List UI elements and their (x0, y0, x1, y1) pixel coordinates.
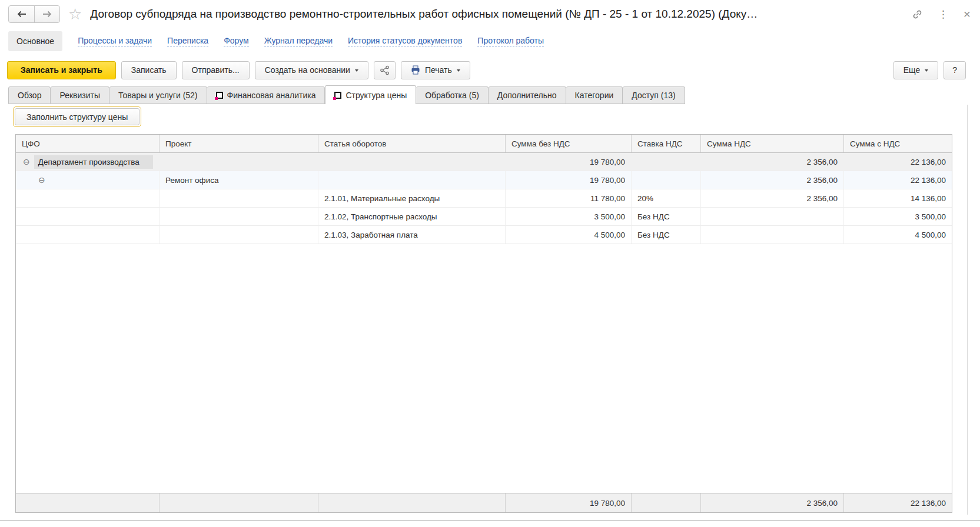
cell-amount-with-vat[interactable]: 14 136,00 (844, 189, 952, 207)
tab-price-structure[interactable]: Структура цены (325, 85, 416, 104)
tab-additional[interactable]: Дополнительно (489, 86, 566, 104)
cell-article[interactable]: 2.1.01, Материальные расходы (318, 189, 506, 207)
menu-link-status-history[interactable]: История статусов документов (348, 36, 462, 46)
arrow-right-icon (42, 11, 52, 18)
cell-amount-with-vat[interactable]: 22 136,00 (844, 153, 952, 171)
cell-amount-no-vat[interactable]: 11 780,00 (506, 189, 632, 207)
cell-vat-rate[interactable]: Без НДС (632, 226, 701, 244)
cell-cfo[interactable] (16, 226, 160, 244)
cell-article[interactable]: 2.1.03, Заработная плата (318, 226, 506, 244)
cell-cfo[interactable]: ⊖ (16, 171, 160, 189)
more-menu-icon[interactable]: ⋮ (938, 8, 948, 21)
table-totals-row: 19 780,00 2 356,00 22 136,00 (16, 493, 952, 512)
menu-link-transfer-log[interactable]: Журнал передачи (264, 36, 333, 46)
collapse-icon[interactable]: ⊖ (23, 157, 30, 166)
cell-amount-with-vat[interactable]: 3 500,00 (844, 208, 952, 225)
chevron-down-icon (457, 69, 460, 72)
back-button[interactable] (9, 6, 34, 22)
cell-amount-no-vat[interactable]: 4 500,00 (506, 226, 632, 244)
tab-label: Обработка (5) (425, 91, 479, 100)
menu-item-main[interactable]: Основное (8, 31, 62, 51)
column-header-project[interactable]: Проект (160, 135, 318, 152)
cell-project[interactable] (160, 226, 318, 244)
table-header-row: ЦФО Проект Статья оборотов Сумма без НДС… (16, 135, 952, 153)
cell-amount-with-vat[interactable]: 4 500,00 (844, 226, 952, 244)
forward-button[interactable] (34, 6, 59, 22)
cell-cfo[interactable]: ⊖ Департамент производства (16, 153, 160, 171)
cell-amount-no-vat[interactable]: 3 500,00 (506, 208, 632, 225)
more-actions-label: Еще (903, 65, 921, 75)
totals-amount-with-vat: 22 136,00 (844, 493, 952, 512)
cell-project[interactable] (160, 153, 318, 171)
table-row[interactable]: 2.1.01, Материальные расходы 11 780,00 2… (16, 189, 952, 208)
cell-article[interactable] (318, 153, 506, 171)
totals-amount-no-vat: 19 780,00 (506, 493, 632, 512)
create-based-on-label: Создать на основании (265, 65, 350, 75)
tab-label: Категории (575, 91, 614, 100)
tab-label: Доступ (13) (632, 91, 675, 100)
tab-goods-services[interactable]: Товары и услуги (52) (109, 86, 207, 104)
tab-categories[interactable]: Категории (566, 86, 623, 104)
cell-vat-rate[interactable]: Без НДС (632, 208, 701, 225)
column-header-vat-amount[interactable]: Сумма НДС (701, 135, 844, 152)
column-header-vat-rate[interactable]: Ставка НДС (632, 135, 701, 152)
column-header-amount-with-vat[interactable]: Сумма с НДС (844, 135, 952, 152)
tab-processing[interactable]: Обработка (5) (416, 86, 489, 104)
table-row[interactable]: 2.1.03, Заработная плата 4 500,00 Без НД… (16, 226, 952, 244)
table-row-group[interactable]: ⊖ Департамент производства 19 780,00 2 3… (16, 153, 952, 171)
share-button[interactable] (374, 61, 396, 79)
favorite-star-icon[interactable]: ☆ (68, 6, 82, 22)
table-row[interactable]: 2.1.02, Транспортные расходы 3 500,00 Бе… (16, 208, 952, 226)
menu-link-processes[interactable]: Процессы и задачи (78, 36, 152, 46)
chevron-down-icon (925, 69, 928, 72)
cell-vat-rate[interactable]: 20% (632, 189, 701, 207)
save-button[interactable]: Записать (121, 61, 177, 79)
cell-project[interactable]: Ремонт офиса (160, 171, 318, 189)
fill-price-structure-button[interactable]: Заполнить структуру цены (15, 108, 139, 125)
document-modified-icon (216, 92, 223, 99)
menu-link-correspondence[interactable]: Переписка (167, 36, 208, 46)
create-based-on-button[interactable]: Создать на основании (255, 61, 368, 79)
cell-vat-amount[interactable]: 2 356,00 (701, 189, 844, 207)
cell-cfo[interactable] (16, 189, 160, 207)
cell-vat-amount[interactable]: 2 356,00 (701, 153, 844, 171)
collapse-icon[interactable]: ⊖ (38, 175, 45, 185)
cell-project[interactable] (160, 189, 318, 207)
print-label: Печать (425, 65, 452, 75)
menu-link-forum[interactable]: Форум (224, 36, 249, 46)
help-button[interactable]: ? (944, 61, 966, 79)
cell-vat-amount[interactable]: 2 356,00 (701, 171, 844, 189)
cell-vat-rate[interactable] (632, 153, 701, 171)
print-button[interactable]: Печать (401, 61, 470, 79)
get-link-icon[interactable] (912, 9, 923, 20)
tab-label: Товары и услуги (52) (118, 91, 197, 100)
menu-link-work-protocol[interactable]: Протокол работы (477, 36, 544, 46)
cell-vat-amount[interactable] (701, 208, 844, 225)
column-header-cfo[interactable]: ЦФО (16, 135, 160, 152)
save-and-close-button[interactable]: Записать и закрыть (7, 61, 116, 79)
cell-amount-no-vat[interactable]: 19 780,00 (506, 153, 632, 171)
more-actions-button[interactable]: Еще (893, 61, 939, 79)
column-header-amount-no-vat[interactable]: Сумма без НДС (506, 135, 632, 152)
printer-icon (411, 65, 420, 75)
title-bar-actions: ⋮ × (912, 0, 971, 28)
tab-label: Дополнительно (497, 91, 557, 100)
tab-access[interactable]: Доступ (13) (623, 86, 685, 104)
table-row-subgroup[interactable]: ⊖ Ремонт офиса 19 780,00 2 356,00 22 136… (16, 171, 952, 189)
cell-vat-rate[interactable] (632, 171, 701, 189)
cell-article[interactable]: 2.1.02, Транспортные расходы (318, 208, 506, 225)
column-header-article[interactable]: Статья оборотов (318, 135, 506, 152)
cell-vat-amount[interactable] (701, 226, 844, 244)
tab-financial-analytics[interactable]: Финансовая аналитика (207, 86, 325, 104)
tab-overview[interactable]: Обзор (8, 86, 51, 104)
cell-project[interactable] (160, 208, 318, 225)
table-empty-area[interactable] (16, 244, 952, 493)
tab-requisites[interactable]: Реквизиты (51, 86, 109, 104)
cell-cfo[interactable] (16, 208, 160, 225)
price-structure-table: ЦФО Проект Статья оборотов Сумма без НДС… (15, 134, 952, 513)
cell-article[interactable] (318, 171, 506, 189)
send-button[interactable]: Отправить... (182, 61, 250, 79)
close-icon[interactable]: × (964, 8, 971, 20)
cell-amount-with-vat[interactable]: 22 136,00 (844, 171, 952, 189)
cell-amount-no-vat[interactable]: 19 780,00 (506, 171, 632, 189)
